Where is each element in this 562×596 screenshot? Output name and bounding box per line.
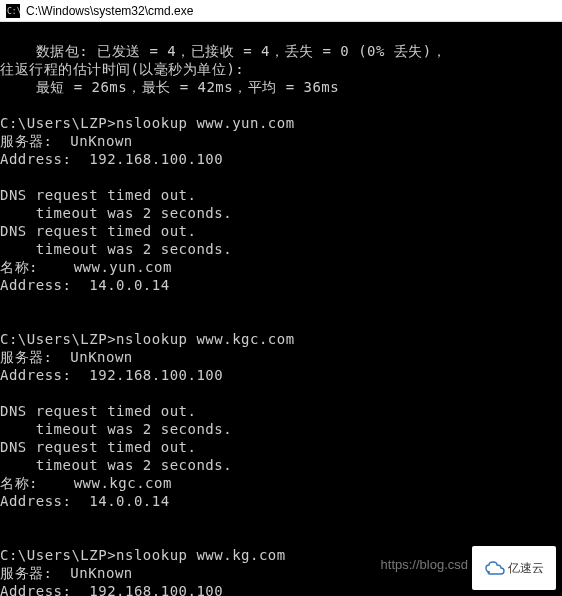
prompt-line: C:\Users\LZP>nslookup www.yun.com — [0, 115, 295, 131]
address-line: Address: 192.168.100.100 — [0, 367, 223, 383]
timeout-line: DNS request timed out. — [0, 439, 196, 455]
server-line: 服务器: UnKnown — [0, 133, 133, 149]
timeout-line: timeout was 2 seconds. — [0, 241, 232, 257]
svg-text:C:\: C:\ — [7, 7, 20, 16]
address-line: Address: 192.168.100.100 — [0, 151, 223, 167]
timeout-line: DNS request timed out. — [0, 223, 196, 239]
address-line: Address: 192.168.100.100 — [0, 583, 223, 596]
window-title: C:\Windows\system32\cmd.exe — [26, 4, 193, 18]
timeout-line: timeout was 2 seconds. — [0, 205, 232, 221]
cmd-icon: C:\ — [6, 4, 20, 18]
name-line: 名称: www.yun.com — [0, 259, 172, 275]
timeout-line: DNS request timed out. — [0, 403, 196, 419]
terminal-output: 数据包: 已发送 = 4，已接收 = 4，丢失 = 0 (0% 丢失)， 往返行… — [0, 22, 562, 596]
timeout-line: timeout was 2 seconds. — [0, 457, 232, 473]
window-titlebar[interactable]: C:\ C:\Windows\system32\cmd.exe — [0, 0, 562, 22]
timeout-line: DNS request timed out. — [0, 187, 196, 203]
timeout-line: timeout was 2 seconds. — [0, 421, 232, 437]
ping-rtt-line: 最短 = 26ms，最长 = 42ms，平均 = 36ms — [0, 79, 339, 95]
ping-packets-line: 数据包: 已发送 = 4，已接收 = 4，丢失 = 0 (0% 丢失)， — [0, 43, 446, 59]
prompt-line: C:\Users\LZP>nslookup www.kg.com — [0, 547, 286, 563]
prompt-line: C:\Users\LZP>nslookup www.kgc.com — [0, 331, 295, 347]
addr-line: Address: 14.0.0.14 — [0, 493, 170, 509]
ping-rtt-header: 往返行程的估计时间(以毫秒为单位): — [0, 61, 244, 77]
server-line: 服务器: UnKnown — [0, 349, 133, 365]
server-line: 服务器: UnKnown — [0, 565, 133, 581]
addr-line: Address: 14.0.0.14 — [0, 277, 170, 293]
name-line: 名称: www.kgc.com — [0, 475, 172, 491]
